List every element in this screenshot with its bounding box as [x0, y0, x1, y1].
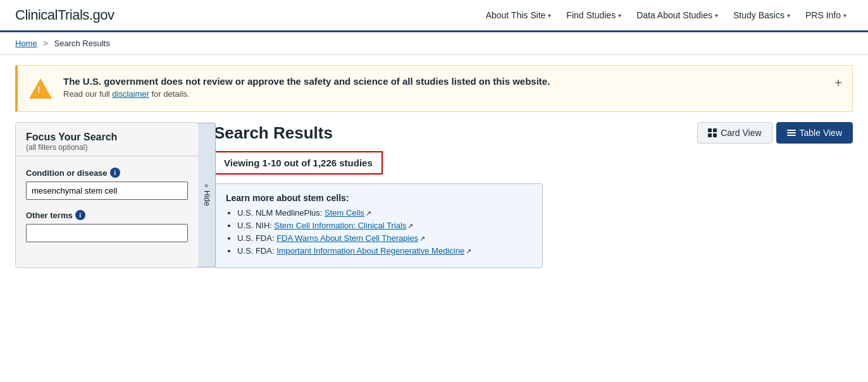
breadcrumb: Home > Search Results	[0, 32, 868, 55]
warning-icon	[28, 76, 53, 101]
results-header: Search Results Card View Table View	[214, 122, 853, 144]
chevron-down-icon: ▾	[618, 12, 621, 19]
banner-subtitle: Read our full disclaimer for details.	[63, 89, 827, 99]
condition-label: Condition or disease i	[26, 168, 188, 178]
logo-gov: .gov	[89, 7, 115, 23]
learn-more-card: Learn more about stem cells: U.S. NLM Me…	[214, 183, 543, 268]
results-title: Search Results	[214, 123, 333, 143]
breadcrumb-separator: >	[43, 39, 48, 48]
logo-clinical: ClinicalTrials	[15, 7, 89, 23]
main-content: Focus Your Search (all filters optional)…	[0, 122, 868, 268]
grid-icon	[708, 128, 717, 137]
nav-data-about-studies[interactable]: Data About Studies ▾	[630, 6, 724, 24]
sidebar-divider	[16, 156, 198, 156]
sidebar: Focus Your Search (all filters optional)…	[15, 122, 199, 268]
banner-close-button[interactable]: +	[834, 76, 842, 90]
nav-about-this-site[interactable]: About This Site ▾	[480, 6, 558, 24]
site-logo[interactable]: ClinicalTrials.gov	[15, 7, 114, 23]
disclaimer-link[interactable]: disclaimer	[112, 89, 149, 99]
banner-title: The U.S. government does not review or a…	[63, 76, 827, 87]
other-terms-input[interactable]	[26, 224, 188, 242]
other-terms-section: Other terms i	[16, 205, 198, 247]
results-area: Search Results Card View Table View View…	[199, 122, 853, 268]
other-terms-label: Other terms i	[26, 210, 188, 220]
hide-sidebar-button[interactable]: « Hide	[198, 123, 216, 268]
list-item: U.S. FDA: FDA Warns About Stem Cell Ther…	[237, 233, 531, 243]
chevron-down-icon: ▾	[787, 12, 790, 19]
chevron-down-icon: ▾	[715, 12, 718, 19]
nav-find-studies[interactable]: Find Studies ▾	[560, 6, 628, 24]
condition-info-icon[interactable]: i	[110, 168, 120, 178]
sidebar-subtitle: (all filters optional)	[26, 143, 117, 152]
stem-cell-nih-link[interactable]: Stem Cell Information: Clinical Trials	[275, 221, 407, 230]
breadcrumb-home[interactable]: Home	[15, 39, 37, 48]
list-icon	[787, 128, 796, 137]
condition-section: Condition or disease i	[16, 163, 198, 205]
chevron-left-icon: «	[203, 184, 210, 188]
card-view-button[interactable]: Card View	[697, 122, 772, 144]
viewing-count-badge: Viewing 1-10 out of 1,226 studies	[214, 151, 383, 175]
list-item: U.S. NIH: Stem Cell Information: Clinica…	[237, 221, 531, 230]
nav-prs-info[interactable]: PRS Info ▾	[799, 6, 853, 24]
view-toggle: Card View Table View	[697, 122, 853, 144]
disclaimer-banner: The U.S. government does not review or a…	[15, 65, 853, 112]
list-item: U.S. NLM MedlinePlus: Stem Cells↗	[237, 208, 531, 218]
table-view-button[interactable]: Table View	[776, 122, 853, 144]
list-item: U.S. FDA: Important Information About Re…	[237, 246, 531, 256]
nav-study-basics[interactable]: Study Basics ▾	[727, 6, 797, 24]
chevron-down-icon: ▾	[843, 12, 846, 19]
external-link-icon: ↗	[419, 235, 425, 242]
external-link-icon: ↗	[407, 222, 413, 230]
external-link-icon: ↗	[466, 247, 471, 255]
breadcrumb-current: Search Results	[54, 39, 110, 48]
stem-cells-link[interactable]: Stem Cells	[325, 208, 364, 218]
chevron-down-icon: ▾	[548, 12, 551, 19]
site-header: ClinicalTrials.gov About This Site ▾ Fin…	[0, 0, 868, 32]
external-link-icon: ↗	[366, 209, 371, 217]
fda-regenerative-link[interactable]: Important Information About Regenerative…	[276, 246, 464, 256]
condition-input[interactable]	[26, 182, 188, 200]
sidebar-header: Focus Your Search (all filters optional)	[16, 123, 198, 156]
learn-more-list: U.S. NLM MedlinePlus: Stem Cells↗ U.S. N…	[226, 208, 531, 256]
other-terms-info-icon[interactable]: i	[75, 210, 85, 220]
fda-stem-cell-link[interactable]: FDA Warns About Stem Cell Therapies	[276, 233, 418, 243]
learn-more-title: Learn more about stem cells:	[226, 193, 531, 203]
sidebar-title: Focus Your Search	[26, 132, 117, 143]
main-nav: About This Site ▾ Find Studies ▾ Data Ab…	[480, 6, 853, 24]
